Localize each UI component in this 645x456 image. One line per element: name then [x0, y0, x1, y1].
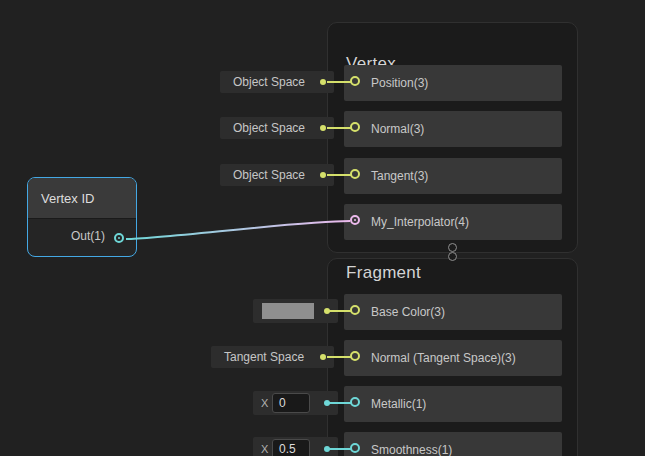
metallic-input-port[interactable] — [350, 397, 360, 407]
block-node-label: Smoothness(1) — [371, 443, 452, 456]
out-port-label: Out(1) — [71, 228, 105, 244]
axis-label: X — [261, 391, 268, 415]
block-node-label: Base Color(3) — [371, 305, 445, 319]
out-port[interactable] — [114, 233, 124, 243]
space-dropdown-label: Object Space — [233, 168, 305, 182]
widget-port-dot — [320, 354, 326, 360]
block-node-label: Normal(3) — [371, 122, 424, 136]
metallic-value-field[interactable]: 0 — [272, 393, 310, 413]
port-stub — [327, 310, 351, 312]
block-node-label: Normal (Tangent Space)(3) — [371, 351, 516, 365]
block-node-tangent[interactable]: Tangent(3) — [344, 158, 562, 194]
color-swatch[interactable] — [262, 303, 314, 319]
block-node-metallic[interactable]: Metallic(1) — [344, 386, 562, 422]
port-stub — [327, 356, 351, 358]
block-node-my-interpolator[interactable]: My_Interpolator(4) — [344, 204, 562, 240]
metallic-value-widget: X 0 — [253, 391, 338, 415]
block-node-normal-tangent-space[interactable]: Normal (Tangent Space)(3) — [344, 340, 562, 376]
normal-input-port[interactable] — [350, 122, 360, 132]
block-node-label: Metallic(1) — [371, 397, 426, 411]
port-stub — [327, 174, 351, 176]
edge-vertexid-to-interpolator — [126, 221, 350, 239]
vertex-context-block[interactable]: Vertex Position(3) Normal(3) Tangent(3) … — [327, 22, 578, 253]
tangent-space-dropdown[interactable]: Object Space — [220, 164, 334, 186]
fragment-context-block[interactable]: Fragment Base Color(3) Normal (Tangent S… — [327, 258, 578, 456]
widget-port-dot — [320, 172, 326, 178]
tangent-input-port[interactable] — [350, 169, 360, 179]
widget-port-dot — [320, 79, 326, 85]
port-stub — [327, 81, 351, 83]
my-interpolator-input-port[interactable] — [350, 215, 360, 225]
port-stub — [327, 402, 351, 404]
normal-tangent-space-input-port[interactable] — [350, 351, 360, 361]
position-space-dropdown[interactable]: Object Space — [220, 71, 334, 93]
vertex-id-node-title[interactable]: Vertex ID — [28, 178, 136, 219]
smoothness-input-port[interactable] — [350, 443, 360, 453]
normal-space-dropdown[interactable]: Object Space — [220, 117, 334, 139]
normal-tangent-space-dropdown[interactable]: Tangent Space — [211, 346, 334, 368]
space-dropdown-label: Object Space — [233, 75, 305, 89]
context-connector-dot-top — [448, 243, 457, 252]
shader-graph-canvas[interactable]: Vertex Position(3) Normal(3) Tangent(3) … — [0, 0, 645, 456]
base-color-picker[interactable] — [253, 299, 338, 323]
block-node-label: My_Interpolator(4) — [371, 215, 469, 229]
smoothness-value-field[interactable]: 0.5 — [272, 439, 310, 456]
fragment-block-title: Fragment — [346, 263, 421, 283]
position-input-port[interactable] — [350, 76, 360, 86]
base-color-input-port[interactable] — [350, 305, 360, 315]
block-node-smoothness[interactable]: Smoothness(1) — [344, 432, 562, 456]
vertex-id-node[interactable]: Vertex ID Out(1) — [27, 177, 137, 257]
block-node-base-color[interactable]: Base Color(3) — [344, 294, 562, 330]
space-dropdown-label: Tangent Space — [224, 350, 304, 364]
port-stub — [327, 448, 351, 450]
port-stub — [327, 127, 351, 129]
block-node-position[interactable]: Position(3) — [344, 65, 562, 101]
context-connector-dot-bottom — [448, 252, 457, 261]
widget-port-dot — [320, 125, 326, 131]
block-node-label: Tangent(3) — [371, 169, 428, 183]
smoothness-value-widget: X 0.5 — [253, 437, 338, 456]
space-dropdown-label: Object Space — [233, 121, 305, 135]
block-node-label: Position(3) — [371, 76, 428, 90]
block-node-normal[interactable]: Normal(3) — [344, 111, 562, 147]
axis-label: X — [261, 437, 268, 456]
